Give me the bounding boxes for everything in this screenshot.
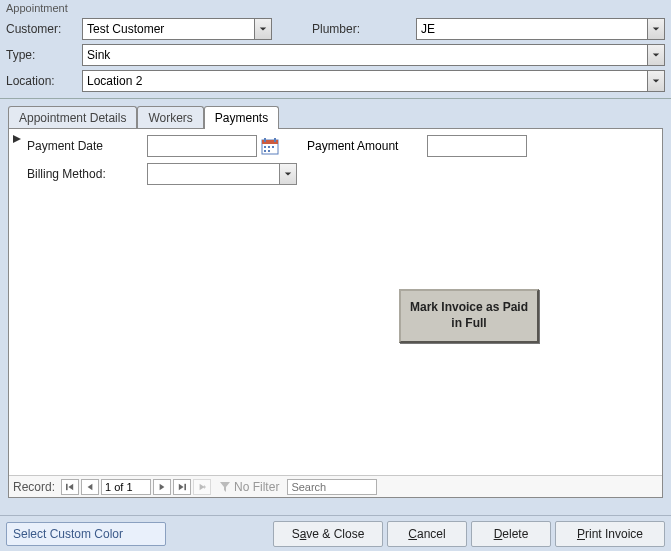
save-and-close-button[interactable]: Save & Close <box>273 521 383 547</box>
chevron-down-icon[interactable] <box>254 18 272 40</box>
payment-amount-input[interactable] <box>427 135 527 157</box>
select-custom-color-button[interactable]: Select Custom Color <box>6 522 166 546</box>
location-combo[interactable] <box>82 70 665 92</box>
payment-amount-label: Payment Amount <box>307 139 427 153</box>
billing-method-combo[interactable] <box>147 163 297 185</box>
search-input[interactable] <box>287 479 377 495</box>
billing-method-input[interactable] <box>147 163 297 185</box>
payment-date-input[interactable] <box>147 135 257 157</box>
customer-input[interactable] <box>82 18 272 40</box>
header-area: Customer: Plumber: Type: Location: <box>0 14 671 99</box>
customer-combo[interactable] <box>82 18 272 40</box>
svg-rect-2 <box>264 138 266 142</box>
nav-prev-icon[interactable] <box>81 479 99 495</box>
print-invoice-button[interactable]: Print Invoice <box>555 521 665 547</box>
chevron-down-icon[interactable] <box>647 44 665 66</box>
payments-pane: Payment Date Payment Amount Billing Meth… <box>8 128 663 498</box>
svg-rect-8 <box>268 150 270 152</box>
type-label: Type: <box>6 48 76 62</box>
svg-rect-7 <box>264 150 266 152</box>
nav-next-icon[interactable] <box>153 479 171 495</box>
current-record-icon <box>12 133 22 143</box>
svg-rect-4 <box>264 146 266 148</box>
calendar-icon[interactable] <box>261 137 279 155</box>
chevron-down-icon[interactable] <box>647 70 665 92</box>
record-position-input[interactable] <box>101 479 151 495</box>
location-label: Location: <box>6 74 76 88</box>
location-input[interactable] <box>82 70 665 92</box>
nav-last-icon[interactable] <box>173 479 191 495</box>
type-combo[interactable] <box>82 44 665 66</box>
tab-appointment-details[interactable]: Appointment Details <box>8 106 137 129</box>
svg-rect-10 <box>184 483 186 489</box>
filter-indicator: No Filter <box>219 480 279 494</box>
billing-method-label: Billing Method: <box>27 167 147 181</box>
chevron-down-icon[interactable] <box>279 163 297 185</box>
window-title: Appointment <box>0 0 671 14</box>
tab-payments[interactable]: Payments <box>204 106 279 129</box>
nav-first-icon[interactable] <box>61 479 79 495</box>
record-label: Record: <box>13 480 55 494</box>
chevron-down-icon[interactable] <box>647 18 665 40</box>
plumber-label: Plumber: <box>278 22 364 36</box>
tab-workers[interactable]: Workers <box>137 106 203 129</box>
svg-rect-5 <box>268 146 270 148</box>
payment-date-label: Payment Date <box>27 139 147 153</box>
record-navigator: Record: No Filter <box>9 475 662 497</box>
mark-invoice-paid-button[interactable]: Mark Invoice as Paid in Full <box>399 289 539 343</box>
plumber-input[interactable] <box>416 18 665 40</box>
nav-new-icon <box>193 479 211 495</box>
plumber-combo[interactable] <box>416 18 665 40</box>
funnel-icon <box>219 481 231 493</box>
svg-rect-3 <box>274 138 276 142</box>
appointment-window: Appointment Customer: Plumber: Type: Loc… <box>0 0 671 551</box>
cancel-button[interactable]: Cancel <box>387 521 467 547</box>
svg-rect-6 <box>272 146 274 148</box>
tab-strip: Appointment Details Workers Payments <box>8 105 663 128</box>
delete-button[interactable]: Delete <box>471 521 551 547</box>
action-bar: Select Custom Color Save & Close Cancel … <box>0 515 671 551</box>
svg-rect-9 <box>66 483 68 489</box>
customer-label: Customer: <box>6 22 76 36</box>
type-input[interactable] <box>82 44 665 66</box>
